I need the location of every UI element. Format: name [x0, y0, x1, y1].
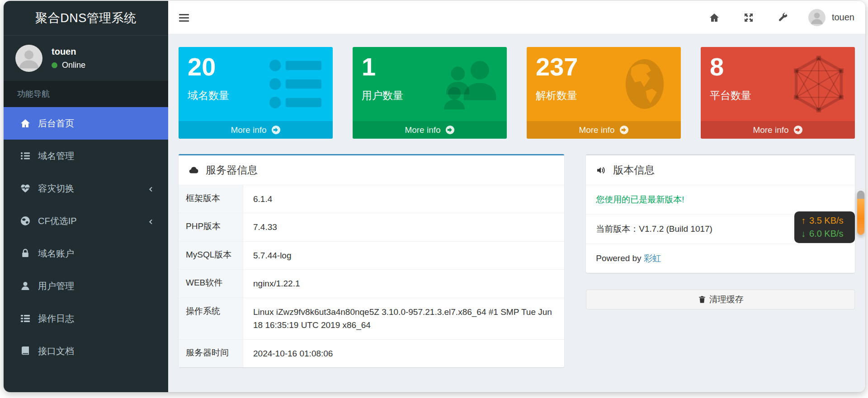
user-menu[interactable]: touen — [808, 9, 854, 26]
version-status: 您使用的已是最新版本! — [586, 185, 855, 215]
volume-icon — [596, 165, 607, 176]
arrow-circle-right-icon — [793, 125, 803, 135]
row-label: 操作系统 — [179, 298, 243, 339]
clear-cache-label: 清理缓存 — [709, 294, 744, 305]
row-label: WEB软件 — [179, 270, 243, 297]
list-icon — [20, 150, 31, 161]
sidebar-item-label: 域名管理 — [38, 150, 74, 162]
powered-by: Powered by 彩虹 — [586, 244, 855, 273]
globe-big-icon — [615, 55, 675, 113]
th-list-icon — [20, 313, 31, 324]
row-label: MySQL版本 — [179, 242, 243, 269]
row-value: 2024-10-16 01:08:06 — [243, 340, 564, 367]
sidebar-item-label: 域名账户 — [38, 248, 74, 260]
table-row: WEB软件 nginx/1.22.1 — [179, 270, 564, 298]
cloud-icon — [189, 165, 199, 176]
server-info-table: 框架版本 6.1.4 PHP版本 7.4.33 MySQL版本 5.7.44-l… — [179, 185, 564, 367]
fullscreen-button[interactable] — [743, 12, 754, 23]
stat-box-records: 237 解析数量 More info — [527, 47, 681, 139]
app-title: 聚合DNS管理系统 — [4, 1, 168, 36]
user-avatar — [15, 45, 42, 72]
list-big-icon — [267, 55, 326, 113]
row-label: 框架版本 — [179, 185, 243, 213]
scrollbar-thumb[interactable] — [857, 191, 864, 235]
sidebar-item-api-docs[interactable]: 接口文档 — [4, 335, 168, 367]
person-icon — [15, 45, 42, 72]
lock-icon — [20, 248, 31, 259]
sidebar-item-users[interactable]: 用户管理 — [4, 270, 168, 302]
sidebar-item-label: 后台首页 — [38, 117, 74, 130]
arrow-circle-right-icon — [619, 125, 629, 135]
sidebar: 聚合DNS管理系统 touen Online 功能导航 后台首页 — [4, 1, 168, 392]
sidebar-section-header: 功能导航 — [4, 81, 168, 107]
sidebar-item-domains[interactable]: 域名管理 — [4, 140, 168, 172]
powered-by-text: Powered by — [596, 253, 644, 263]
sidebar-toggle-button[interactable] — [179, 12, 189, 23]
user-panel: touen Online — [4, 36, 168, 81]
app-window: 聚合DNS管理系统 touen Online 功能导航 后台首页 — [4, 1, 865, 392]
settings-button[interactable] — [778, 12, 788, 23]
more-info-link[interactable]: More info — [701, 121, 855, 139]
sidebar-item-label: 接口文档 — [38, 345, 74, 357]
sidebar-item-failover[interactable]: 容灾切换 — [4, 172, 168, 205]
home-icon — [709, 12, 720, 23]
powered-by-link[interactable]: 彩虹 — [644, 253, 661, 263]
person-icon — [808, 9, 826, 26]
topbar: touen — [168, 1, 865, 34]
scrollbar-thumb-body — [857, 199, 864, 235]
chevron-left-icon — [147, 217, 155, 225]
trash-icon — [698, 295, 707, 304]
more-info-label: More info — [579, 125, 614, 135]
sidebar-item-label: 用户管理 — [38, 280, 74, 292]
stat-box-users: 1 用户数量 More info — [353, 47, 507, 139]
table-row: PHP版本 7.4.33 — [179, 213, 564, 241]
row-value: 6.1.4 — [243, 185, 564, 213]
hexagon-network-big-icon — [789, 55, 849, 113]
user-status-label: Online — [62, 61, 85, 70]
panel-title: 版本信息 — [613, 163, 655, 177]
home-icon — [20, 118, 31, 129]
row-value: 5.7.44-log — [243, 242, 564, 269]
sidebar-item-label: 容灾切换 — [38, 183, 74, 195]
more-info-label: More info — [231, 125, 266, 135]
wrench-icon — [778, 12, 788, 23]
expand-arrows-icon — [743, 12, 754, 23]
table-row: 操作系统 Linux iZwz9fv8k6ut3a4n80nqe5Z 3.10.… — [179, 298, 564, 340]
row-value: Linux iZwz9fv8k6ut3a4n80nqe5Z 3.10.0-957… — [243, 298, 564, 339]
row-value: 7.4.33 — [243, 213, 564, 241]
download-speed: 6.0 KB/s — [809, 229, 844, 239]
row-label: 服务器时间 — [179, 340, 243, 367]
download-arrow-icon: ↓ — [801, 229, 806, 239]
online-status-dot — [52, 62, 57, 68]
sidebar-item-cf-ip[interactable]: CF优选IP — [4, 205, 168, 237]
users-big-icon — [441, 55, 500, 113]
clear-cache-button[interactable]: 清理缓存 — [586, 290, 855, 309]
main-content: 20 域名数量 More info 1 用户数量 — [168, 34, 865, 392]
topbar-username: touen — [832, 12, 854, 23]
scrollbar-thumb-cap — [857, 191, 864, 199]
home-button[interactable] — [709, 12, 720, 23]
arrow-circle-right-icon — [445, 125, 455, 135]
arrow-circle-right-icon — [271, 125, 281, 135]
table-row: 服务器时间 2024-10-16 01:08:06 — [179, 340, 564, 367]
heartbeat-icon — [20, 183, 31, 194]
sidebar-menu: 后台首页 域名管理 容灾切换 CF优选IP — [4, 107, 168, 367]
more-info-link[interactable]: More info — [527, 121, 681, 139]
upload-arrow-icon: ↑ — [801, 215, 806, 226]
more-info-label: More info — [405, 125, 440, 135]
user-icon — [20, 281, 31, 291]
sidebar-item-domain-accounts[interactable]: 域名账户 — [4, 237, 168, 270]
sidebar-item-label: 操作日志 — [38, 313, 74, 325]
network-speed-overlay: ↑ 3.5 KB/s ↓ 6.0 KB/s — [794, 211, 855, 243]
more-info-link[interactable]: More info — [179, 121, 333, 139]
server-info-panel: 服务器信息 框架版本 6.1.4 PHP版本 7.4.33 MySQL版本 5.… — [179, 154, 564, 367]
more-info-label: More info — [753, 125, 788, 135]
stat-boxes: 20 域名数量 More info 1 用户数量 — [179, 47, 855, 139]
user-avatar — [808, 9, 826, 26]
more-info-link[interactable]: More info — [353, 121, 507, 139]
sidebar-item-logs[interactable]: 操作日志 — [4, 302, 168, 335]
panel-title: 服务器信息 — [206, 163, 258, 177]
stat-box-platforms: 8 平台数量 More info — [701, 47, 855, 139]
row-value: nginx/1.22.1 — [243, 270, 564, 297]
sidebar-item-dashboard[interactable]: 后台首页 — [4, 107, 168, 140]
